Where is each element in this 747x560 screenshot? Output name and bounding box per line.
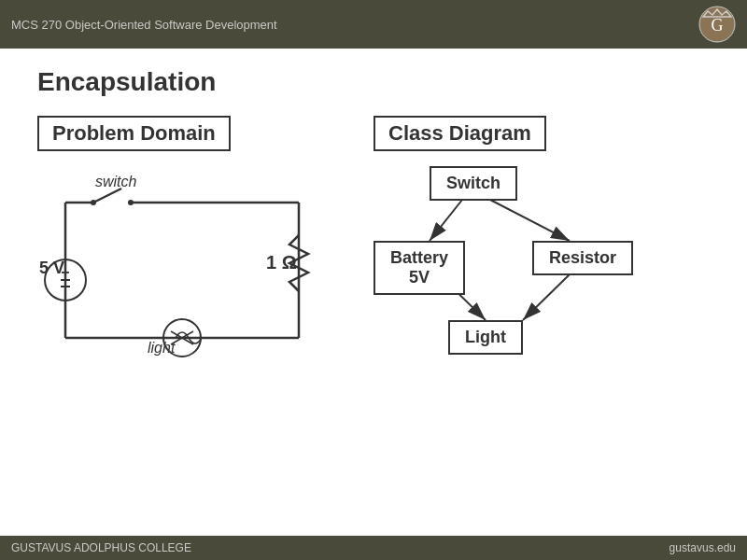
class-diagram-title: Class Diagram — [374, 116, 546, 151]
cd-light-box: Light — [448, 320, 523, 355]
header: MCS 270 Object-Oriented Software Develop… — [0, 0, 747, 49]
footer-website: gustavus.edu — [669, 541, 736, 554]
circuit-diagram: switch 5 V 1 Ω light — [37, 161, 327, 375]
svg-line-4 — [93, 189, 121, 203]
content-area: Problem Domain switch 5 V 1 Ω light — [37, 116, 710, 375]
svg-text:G: G — [712, 16, 724, 35]
class-diagram-boxes: Switch Battery5V Resistor Light — [374, 166, 654, 371]
svg-point-5 — [91, 200, 96, 205]
circuit-svg: + − — [37, 161, 327, 375]
header-title: MCS 270 Object-Oriented Software Develop… — [11, 18, 277, 32]
svg-line-24 — [523, 274, 570, 320]
cd-switch-box: Switch — [430, 166, 517, 201]
footer: GUSTAVUS ADOLPHUS COLLEGE gustavus.edu — [0, 536, 747, 560]
footer-college: GUSTAVUS ADOLPHUS COLLEGE — [11, 541, 191, 554]
svg-line-21 — [430, 200, 462, 241]
svg-text:−: − — [61, 277, 71, 296]
main-content: Encapsulation Problem Domain switch 5 V … — [0, 49, 747, 528]
page-title: Encapsulation — [37, 67, 710, 97]
logo-icon: G — [698, 6, 736, 43]
class-diagram-section: Class Diagram — [374, 116, 710, 371]
cd-battery-box: Battery5V — [374, 241, 465, 295]
svg-line-22 — [490, 200, 570, 241]
problem-domain-section: Problem Domain switch 5 V 1 Ω light — [37, 116, 336, 375]
cd-resistor-box: Resistor — [532, 241, 633, 275]
problem-domain-title: Problem Domain — [37, 116, 231, 151]
